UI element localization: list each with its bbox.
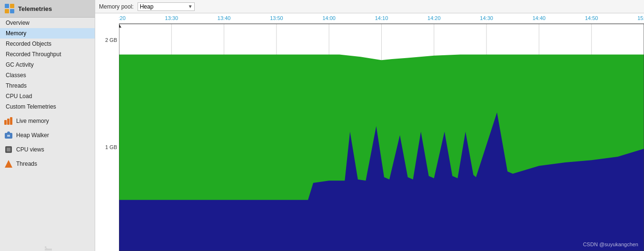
toolbar: Memory pool: Heap Non-Heap All ▼ — [95, 0, 644, 13]
live-memory-label: Live memory — [16, 118, 49, 124]
sidebar-item-custom-telemetries[interactable]: Custom Telemetries — [0, 101, 95, 112]
memory-pool-select-wrapper: Heap Non-Heap All ▼ — [138, 2, 195, 11]
svg-rect-2 — [5, 9, 9, 13]
telemetries-icon — [4, 3, 15, 14]
svg-rect-5 — [7, 119, 10, 125]
heap-walker-label: Heap Walker — [16, 132, 49, 139]
memory-chart — [119, 13, 644, 251]
sidebar-item-live-memory[interactable]: Live memory — [0, 114, 95, 128]
threads-bottom-label: Threads — [16, 161, 37, 167]
live-memory-icon — [4, 116, 13, 126]
sidebar-item-classes[interactable]: Classes — [0, 70, 95, 80]
cpu-views-label: CPU views — [16, 146, 44, 153]
svg-marker-12 — [5, 160, 12, 168]
svg-point-8 — [7, 131, 10, 134]
memory-pool-label: Memory pool: — [99, 3, 134, 10]
watermark-text: profiler — [40, 245, 55, 251]
sidebar-header: Telemetries — [0, 0, 95, 18]
sidebar-item-cpu-load[interactable]: CPU Load — [0, 91, 95, 101]
sidebar-item-memory[interactable]: Memory — [0, 28, 95, 39]
sidebar-item-recorded-throughput[interactable]: Recorded Throughput — [0, 49, 95, 60]
sidebar-item-overview[interactable]: Overview — [0, 18, 95, 28]
heap-walker-icon — [4, 131, 13, 140]
sidebar-nav: Overview Memory Recorded Objects Recorde… — [0, 18, 95, 112]
y-label-2gb: 2 GB — [97, 37, 117, 43]
svg-rect-1 — [10, 4, 14, 8]
chart-area: 2 GB 1 GB CSDN @suyukangchen — [95, 13, 644, 251]
y-axis: 2 GB 1 GB — [95, 13, 119, 251]
sidebar-title: Telemetries — [18, 5, 52, 12]
svg-rect-4 — [4, 120, 7, 125]
svg-rect-0 — [5, 4, 9, 8]
svg-rect-11 — [7, 148, 10, 151]
threads-icon — [4, 159, 13, 169]
sidebar-item-recorded-objects[interactable]: Recorded Objects — [0, 39, 95, 49]
svg-rect-9 — [7, 135, 10, 137]
sidebar-item-threads[interactable]: Threads — [0, 80, 95, 91]
cpu-views-icon — [4, 145, 13, 154]
sidebar-item-heap-walker[interactable]: Heap Walker — [0, 128, 95, 142]
memory-pool-select[interactable]: Heap Non-Heap All — [138, 2, 195, 11]
chart-canvas-wrapper: CSDN @suyukangchen — [119, 13, 644, 251]
sidebar: Telemetries Overview Memory Recorded Obj… — [0, 0, 95, 251]
main-content: Memory pool: Heap Non-Heap All ▼ 2 GB 1 … — [95, 0, 644, 251]
svg-rect-6 — [10, 117, 12, 125]
sidebar-item-gc-activity[interactable]: GC Activity — [0, 60, 95, 70]
sidebar-item-threads-bottom[interactable]: Threads — [0, 157, 95, 171]
sidebar-section: Live memory Heap Walker CPU views — [0, 114, 95, 171]
y-label-1gb: 1 GB — [97, 144, 117, 150]
sidebar-item-cpu-views[interactable]: CPU views — [0, 142, 95, 157]
svg-rect-3 — [10, 9, 14, 13]
